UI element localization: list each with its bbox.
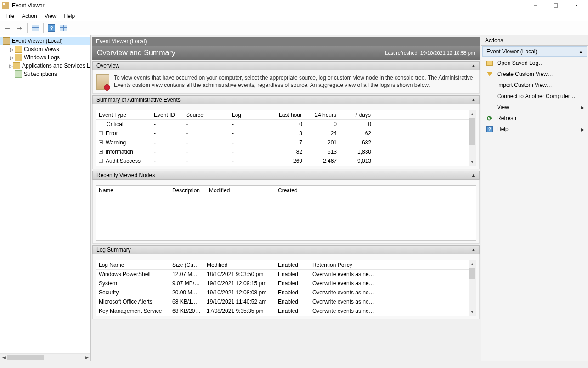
table-row[interactable]: Audit Success---2692,4679,013 <box>96 156 476 166</box>
table-row[interactable]: Key Management Service68 KB/20 …17/08/20… <box>96 306 476 316</box>
vertical-scrollbar[interactable]: ▲ ▼ <box>469 260 476 316</box>
back-button[interactable]: ⬅ <box>2 23 13 34</box>
vertical-scrollbar[interactable]: ▲ ▼ <box>469 110 476 166</box>
scroll-left-button[interactable]: ◀ <box>0 354 7 361</box>
expand-icon[interactable]: ▷ <box>9 47 15 52</box>
cell: - <box>183 149 229 155</box>
expand-icon[interactable] <box>99 159 103 163</box>
scroll-track[interactable] <box>469 268 476 308</box>
col-last-hour[interactable]: Last hour <box>273 112 305 118</box>
action-help[interactable]: ? Help ▶ <box>481 124 588 135</box>
col-retention[interactable]: Retention Policy <box>310 262 379 268</box>
table-row[interactable]: Critical---000 <box>96 120 476 129</box>
col-log[interactable]: Log <box>229 112 273 118</box>
col-name[interactable]: Name <box>96 187 170 194</box>
console-tree[interactable]: Event Viewer (Local) ▷ Custom Views ▷ Wi… <box>0 35 90 353</box>
scroll-thumb[interactable] <box>469 118 475 145</box>
table-row[interactable]: Error---32462 <box>96 129 476 138</box>
col-created[interactable]: Created <box>275 187 344 194</box>
scroll-thumb[interactable] <box>469 268 475 279</box>
cell: 269 <box>273 158 305 164</box>
table-row[interactable]: Microsoft Office Alerts68 KB/1.0…19/10/2… <box>96 297 476 306</box>
scroll-down-button[interactable]: ▼ <box>469 308 476 316</box>
action-label: Connect to Another Computer… <box>497 93 576 99</box>
menu-action[interactable]: Action <box>18 12 40 20</box>
show-hide-tree-button[interactable] <box>30 23 41 34</box>
action-view[interactable]: View ▶ <box>481 102 588 113</box>
actions-heading-label: Actions <box>485 37 503 44</box>
col-size[interactable]: Size (Curr… <box>170 262 204 268</box>
collapse-icon: ▲ <box>471 63 475 68</box>
scroll-track[interactable] <box>469 118 476 158</box>
expand-icon[interactable] <box>99 131 103 135</box>
expand-icon[interactable]: ▷ <box>9 63 13 69</box>
scroll-down-button[interactable]: ▼ <box>469 158 476 166</box>
col-event-id[interactable]: Event ID <box>151 112 183 118</box>
tree-item-app-services-logs[interactable]: ▷ Applications and Services Lo <box>0 62 90 70</box>
folder-open-icon <box>486 59 493 67</box>
table-row[interactable]: System9.07 MB/2…19/10/2021 12:09:15 pmEn… <box>96 279 476 288</box>
show-hide-action-button[interactable] <box>58 23 69 34</box>
cell: 682 <box>339 139 374 146</box>
action-refresh[interactable]: ⟳ Refresh <box>481 113 588 124</box>
logsum-section-header[interactable]: Log Summary ▲ <box>92 245 480 254</box>
actions-context-label: Event Viewer (Local) <box>486 48 537 55</box>
action-import-custom-view[interactable]: Import Custom View… <box>481 80 588 91</box>
titlebar: Event Viewer <box>0 0 588 11</box>
cell: 68 KB/1.0… <box>170 299 204 305</box>
tree-item-subscriptions[interactable]: Subscriptions <box>0 70 90 78</box>
cell: - <box>229 158 273 164</box>
action-create-custom-view[interactable]: Create Custom View… <box>481 69 588 80</box>
table-row[interactable]: Windows PowerShell12.07 MB/…18/10/2021 9… <box>96 270 476 279</box>
recent-section-header[interactable]: Recently Viewed Nodes ▲ <box>92 171 480 180</box>
scroll-thumb[interactable] <box>7 355 44 360</box>
scroll-track[interactable] <box>7 354 83 361</box>
tree-root[interactable]: Event Viewer (Local) <box>0 37 90 45</box>
tree-root-label: Event Viewer (Local) <box>12 38 63 44</box>
minimize-button[interactable] <box>526 0 546 11</box>
close-button[interactable] <box>566 0 586 11</box>
table-row[interactable]: Security20.00 MB/…19/10/2021 12:08:08 pm… <box>96 288 476 297</box>
help-button[interactable]: ? <box>46 23 57 34</box>
actions-heading: Actions <box>481 35 588 46</box>
col-description[interactable]: Description <box>170 187 206 194</box>
action-open-saved-log[interactable]: Open Saved Log… <box>481 58 588 69</box>
logsum-section: Log Summary ▲ Log Name Size (Curr… Modif… <box>92 245 480 319</box>
actions-context[interactable]: Event Viewer (Local) ▲ <box>482 46 587 57</box>
horizontal-scrollbar[interactable]: ◀ ▶ <box>0 353 90 361</box>
action-connect-computer[interactable]: Connect to Another Computer… <box>481 91 588 102</box>
col-7-days[interactable]: 7 days <box>339 112 374 118</box>
menu-file[interactable]: File <box>2 12 18 20</box>
scroll-right-button[interactable]: ▶ <box>83 354 90 361</box>
event-viewer-icon <box>3 37 10 45</box>
recent-table: Name Description Modified Created <box>96 185 476 241</box>
scroll-up-button[interactable]: ▲ <box>469 110 476 118</box>
tree-item-windows-logs[interactable]: ▷ Windows Logs <box>0 53 90 62</box>
cell: Overwrite events as nec… <box>310 308 379 314</box>
cell: Overwrite events as nec… <box>310 299 379 305</box>
tree-item-custom-views[interactable]: ▷ Custom Views <box>0 45 90 53</box>
cell: - <box>229 149 273 155</box>
expand-icon[interactable] <box>99 150 103 154</box>
table-row[interactable]: Information---826131,830 <box>96 147 476 156</box>
col-event-type[interactable]: Event Type <box>96 112 151 118</box>
table-row[interactable]: Warning---7201682 <box>96 138 476 147</box>
maximize-button[interactable] <box>546 0 566 11</box>
col-modified[interactable]: Modified <box>206 187 275 194</box>
col-source[interactable]: Source <box>183 112 229 118</box>
forward-button[interactable]: ➡ <box>14 23 25 34</box>
expand-icon[interactable]: ▷ <box>9 55 15 60</box>
menu-help[interactable]: Help <box>60 12 79 20</box>
col-modified[interactable]: Modified <box>204 262 275 268</box>
scroll-up-button[interactable]: ▲ <box>469 260 476 268</box>
expand-icon[interactable] <box>99 140 103 144</box>
col-log-name[interactable]: Log Name <box>96 262 170 268</box>
menu-view[interactable]: View <box>41 12 60 20</box>
overview-section-header[interactable]: Overview ▲ <box>92 61 480 70</box>
summary-section-header[interactable]: Summary of Administrative Events ▲ <box>92 95 480 104</box>
recent-body: Name Description Modified Created <box>92 180 480 244</box>
recent-table-header: Name Description Modified Created <box>96 186 476 195</box>
window-title: Event Viewer <box>12 2 44 9</box>
col-enabled[interactable]: Enabled <box>275 262 310 268</box>
col-24-hours[interactable]: 24 hours <box>305 112 339 118</box>
